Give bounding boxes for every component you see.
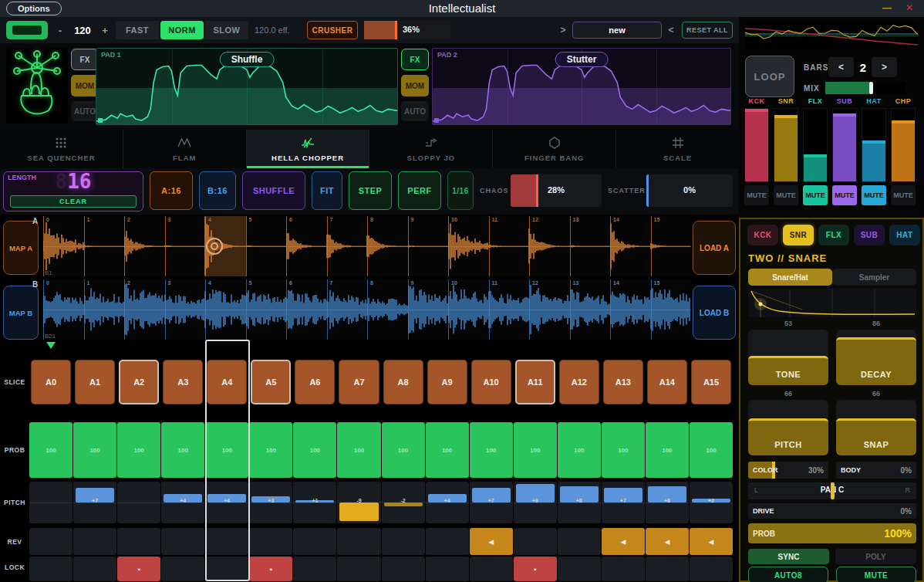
load-a-button[interactable]: LOAD A bbox=[693, 221, 736, 275]
slice-segment-7[interactable]: 7 bbox=[327, 216, 368, 276]
map-a-button[interactable]: MAP A bbox=[3, 221, 39, 275]
envelope-display[interactable] bbox=[748, 289, 916, 317]
prob-cell-9[interactable]: 100 bbox=[426, 422, 469, 478]
chp-fader[interactable] bbox=[891, 108, 916, 182]
slice-segment-10[interactable]: 10 bbox=[448, 279, 489, 340]
lock-cell-15[interactable] bbox=[690, 557, 733, 581]
kck-mute-button[interactable]: MUTE bbox=[744, 185, 769, 205]
autob-button[interactable]: AUTO8 bbox=[748, 567, 828, 582]
slice-segment-6[interactable]: 6 bbox=[286, 216, 327, 276]
bpm-plus-button[interactable]: + bbox=[99, 21, 111, 39]
flx-fader[interactable] bbox=[803, 108, 828, 182]
rev-cell-14[interactable]: ◀ bbox=[646, 528, 689, 555]
slice-segment-13[interactable]: 13 bbox=[570, 216, 611, 276]
waveform-a[interactable]: 0123456789101112131415 A B1 bbox=[43, 216, 691, 276]
slice-segment-2[interactable]: 2 bbox=[124, 279, 165, 340]
slice-segment-5[interactable]: 5 bbox=[246, 279, 287, 340]
drive-slider[interactable]: DRIVE 0% bbox=[748, 503, 916, 519]
pitch-cell-10[interactable]: +7 bbox=[470, 482, 513, 523]
pitch-cell-14[interactable]: +8 bbox=[646, 482, 689, 523]
lock-cell-3[interactable] bbox=[161, 557, 204, 581]
prob-cell-11[interactable]: 100 bbox=[514, 422, 557, 478]
knob-slider-tone[interactable]: TONE bbox=[748, 330, 828, 385]
slice-cell-a4[interactable]: A4 bbox=[207, 360, 247, 404]
slice-cell-a1[interactable]: A1 bbox=[75, 360, 115, 404]
rev-cell-1[interactable] bbox=[73, 528, 116, 555]
pad2-auto-button[interactable]: AUTO bbox=[401, 101, 429, 121]
tab-hella-chopper[interactable]: HELLA CHOPPER bbox=[247, 130, 370, 168]
slice-cell-a9[interactable]: A9 bbox=[427, 360, 467, 404]
prob-cell-7[interactable]: 100 bbox=[337, 422, 380, 478]
prob-cell-3[interactable]: 100 bbox=[161, 422, 204, 478]
channel-mute-button[interactable]: MUTE bbox=[836, 567, 916, 582]
lock-cell-7[interactable] bbox=[337, 557, 380, 581]
pitch-cell-3[interactable]: +4 bbox=[161, 482, 204, 523]
slice-segment-3[interactable]: 3 bbox=[165, 216, 206, 276]
lock-cell-13[interactable] bbox=[602, 557, 645, 581]
subtab-snare-hat[interactable]: Snare/Hat bbox=[748, 269, 832, 286]
prob-cell-15[interactable]: 100 bbox=[690, 422, 733, 478]
prob-cell-2[interactable]: 100 bbox=[117, 422, 160, 478]
slice-cell-a10[interactable]: A10 bbox=[471, 360, 511, 404]
slice-cell-a14[interactable]: A14 bbox=[647, 360, 687, 404]
slice-segment-13[interactable]: 13 bbox=[570, 279, 611, 340]
rev-cell-15[interactable]: ◀ bbox=[690, 528, 733, 555]
prob-cell-5[interactable]: 100 bbox=[249, 422, 292, 478]
slow-button[interactable]: SLOW bbox=[205, 21, 248, 39]
slice-segment-10[interactable]: 10 bbox=[448, 216, 489, 276]
slice-segment-12[interactable]: 12 bbox=[529, 279, 570, 340]
poly-button[interactable]: POLY bbox=[835, 549, 916, 564]
sync-button[interactable]: SYNC bbox=[748, 549, 829, 564]
control-button-step[interactable]: STEP bbox=[349, 171, 392, 210]
color-slider[interactable]: COLOR 30% bbox=[748, 462, 828, 479]
slice-segment-11[interactable]: 11 bbox=[489, 279, 530, 340]
hat-mute-button[interactable]: MUTE bbox=[862, 185, 886, 205]
preset-prev-button[interactable]: > bbox=[557, 21, 569, 39]
bpm-value[interactable]: 120 bbox=[68, 21, 97, 39]
editor-tab-flx[interactable]: FLX bbox=[818, 225, 849, 245]
control-button-a-16[interactable]: A:16 bbox=[150, 171, 193, 210]
prob-cell-6[interactable]: 100 bbox=[293, 422, 336, 478]
body-slider[interactable]: BODY 0% bbox=[836, 462, 916, 479]
pad2-display[interactable]: PAD 2 Stutter bbox=[432, 48, 731, 125]
pitch-cell-12[interactable]: +8 bbox=[558, 482, 601, 523]
pitch-cell-0[interactable] bbox=[29, 482, 73, 523]
rev-cell-9[interactable] bbox=[426, 528, 469, 555]
pan-slider[interactable]: L PAN C R bbox=[748, 482, 916, 499]
chaos-slider[interactable]: 28% bbox=[511, 174, 602, 207]
pad1-fx-button[interactable]: FX bbox=[71, 49, 99, 70]
control-button-b-16[interactable]: B:16 bbox=[199, 171, 236, 210]
rev-cell-12[interactable] bbox=[558, 528, 601, 555]
pitch-cell-11[interactable]: +9 bbox=[514, 482, 557, 523]
slice-cell-a5[interactable]: A5 bbox=[251, 360, 291, 404]
bars-prev-button[interactable]: < bbox=[828, 57, 854, 77]
tab-finger-bang[interactable]: FINGER BANG bbox=[493, 130, 616, 168]
slice-segment-1[interactable]: 1 bbox=[84, 279, 125, 340]
pitch-cell-5[interactable]: +3 bbox=[249, 482, 292, 523]
sub-mute-button[interactable]: MUTE bbox=[832, 185, 857, 205]
editor-tab-kck[interactable]: KCK bbox=[747, 225, 778, 245]
slice-segment-4[interactable]: 4 bbox=[205, 279, 246, 340]
flx-mute-button[interactable]: MUTE bbox=[803, 185, 828, 205]
control-button-shuffle[interactable]: SHUFFLE bbox=[242, 171, 305, 210]
slice-cursor-icon[interactable] bbox=[206, 238, 223, 255]
pitch-cell-15[interactable]: +2 bbox=[690, 482, 733, 523]
tab-sloppy-jo[interactable]: SLOPPY JO bbox=[369, 130, 493, 168]
minimize-icon[interactable]: — bbox=[882, 2, 892, 13]
pitch-cell-6[interactable]: +1 bbox=[293, 482, 336, 523]
rev-cell-10[interactable]: ◀ bbox=[470, 528, 513, 555]
lock-cell-6[interactable] bbox=[293, 557, 336, 581]
editor-tab-snr[interactable]: SNR bbox=[783, 225, 814, 245]
snr-mute-button[interactable]: MUTE bbox=[774, 185, 798, 205]
prob-cell-1[interactable]: 100 bbox=[73, 422, 116, 478]
slice-segment-15[interactable]: 15 bbox=[651, 279, 692, 340]
editor-tab-sub[interactable]: SUB bbox=[854, 225, 885, 245]
hat-fader[interactable] bbox=[862, 108, 886, 182]
rev-cell-4[interactable] bbox=[205, 528, 248, 555]
waveform-b[interactable]: 0123456789101112131415 B B21 bbox=[43, 279, 691, 340]
snr-fader[interactable] bbox=[774, 108, 798, 182]
slice-cell-a8[interactable]: A8 bbox=[383, 360, 423, 404]
load-b-button[interactable]: LOAD B bbox=[693, 286, 736, 340]
pad1-display[interactable]: PAD 1 Shuffle bbox=[96, 48, 398, 125]
kck-fader[interactable] bbox=[744, 108, 769, 182]
